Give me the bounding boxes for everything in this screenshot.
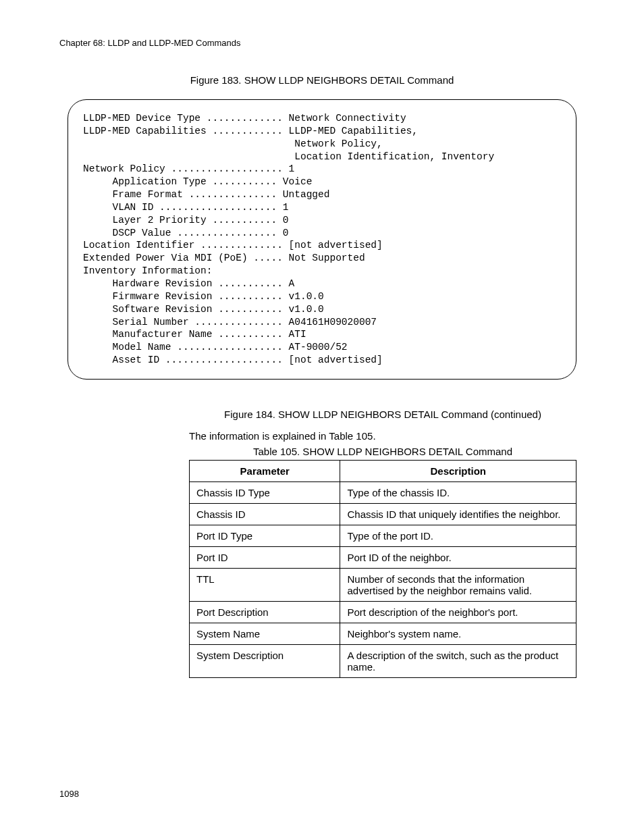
- intro-text: The information is explained in Table 10…: [189, 430, 576, 442]
- code-line: LLDP-MED Capabilities ............ LLDP-…: [83, 125, 561, 138]
- table-row: System NameNeighbor's system name.: [190, 623, 576, 644]
- table-cell-description: Number of seconds that the information a…: [340, 568, 576, 601]
- code-line: Application Type ........... Voice: [83, 176, 561, 188]
- code-line: Firmware Revision ........... v1.0.0: [83, 290, 561, 303]
- table-row: Port ID TypeType of the port ID.: [190, 525, 576, 546]
- table-row: TTLNumber of seconds that the informatio…: [190, 568, 576, 601]
- code-line: Location Identification, Inventory: [83, 151, 561, 163]
- table-cell-description: Type of the port ID.: [340, 525, 576, 546]
- code-line: Network Policy ................... 1: [83, 163, 561, 176]
- code-line: Serial Number ............... A04161H090…: [83, 316, 561, 329]
- table-row: Chassis IDChassis ID that uniquely ident…: [190, 503, 576, 525]
- code-line: Network Policy,: [83, 138, 561, 151]
- table-cell-parameter: Port Description: [190, 601, 340, 623]
- code-line: LLDP-MED Device Type ............. Netwo…: [83, 112, 561, 125]
- figure-caption-184: Figure 184. SHOW LLDP NEIGHBORS DETAIL C…: [189, 409, 576, 420]
- table-cell-description: Chassis ID that uniquely identifies the …: [340, 503, 576, 525]
- table-cell-description: Port ID of the neighbor.: [340, 546, 576, 568]
- code-line: Extended Power Via MDI (PoE) ..... Not S…: [83, 252, 561, 265]
- table-row: System DescriptionA description of the s…: [190, 644, 576, 677]
- table-cell-description: Neighbor's system name.: [340, 623, 576, 644]
- table-cell-description: A description of the switch, such as the…: [340, 644, 576, 677]
- code-line: Model Name .................. AT-9000/52: [83, 341, 561, 354]
- code-line: Frame Format ............... Untagged: [83, 188, 561, 201]
- table-cell-parameter: TTL: [190, 568, 340, 601]
- figure-caption-183: Figure 183. SHOW LLDP NEIGHBORS DETAIL C…: [0, 74, 644, 86]
- table-row: Chassis ID TypeType of the chassis ID.: [190, 481, 576, 503]
- table-cell-parameter: Port ID Type: [190, 525, 340, 546]
- table-cell-parameter: Port ID: [190, 546, 340, 568]
- table-header-row: Parameter Description: [190, 460, 576, 481]
- table-cell-parameter: Chassis ID: [190, 503, 340, 525]
- table-cell-parameter: System Description: [190, 644, 340, 677]
- chapter-header: Chapter 68: LLDP and LLDP-MED Commands: [59, 38, 241, 48]
- parameter-table: Parameter Description Chassis ID TypeTyp…: [189, 460, 576, 678]
- page-number: 1098: [59, 789, 79, 799]
- code-output-box: LLDP-MED Device Type ............. Netwo…: [68, 99, 576, 380]
- table-row: Port IDPort ID of the neighbor.: [190, 546, 576, 568]
- table-cell-parameter: System Name: [190, 623, 340, 644]
- table-caption-105: Table 105. SHOW LLDP NEIGHBORS DETAIL Co…: [189, 446, 576, 457]
- table-cell-parameter: Chassis ID Type: [190, 481, 340, 503]
- table-header-parameter: Parameter: [190, 460, 340, 481]
- table-row: Port DescriptionPort description of the …: [190, 601, 576, 623]
- code-line: Manufacturer Name ........... ATI: [83, 328, 561, 341]
- code-line: DSCP Value ................. 0: [83, 227, 561, 240]
- code-line: Layer 2 Priority ........... 0: [83, 214, 561, 227]
- code-line: Hardware Revision ........... A: [83, 278, 561, 290]
- code-line: Inventory Information:: [83, 265, 561, 278]
- code-line: Software Revision ........... v1.0.0: [83, 303, 561, 316]
- code-line: VLAN ID .................... 1: [83, 201, 561, 214]
- code-line: Asset ID .................... [not adver…: [83, 354, 561, 367]
- code-line: Location Identifier .............. [not …: [83, 239, 561, 252]
- table-header-description: Description: [340, 460, 576, 481]
- table-cell-description: Port description of the neighbor's port.: [340, 601, 576, 623]
- table-cell-description: Type of the chassis ID.: [340, 481, 576, 503]
